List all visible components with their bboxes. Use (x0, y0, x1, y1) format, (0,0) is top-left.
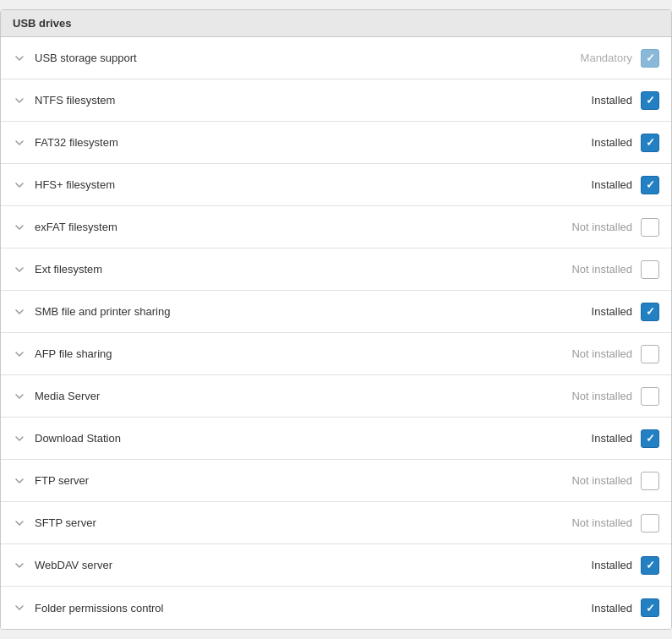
items-list: USB storage supportMandatory✓ NTFS files… (1, 37, 671, 629)
list-item: Folder permissions controlInstalled✓ (1, 587, 671, 629)
item-label: NTFS filesystem (35, 94, 592, 106)
item-label: FTP server (35, 474, 571, 487)
section-title: USB drives (13, 17, 71, 30)
chevron-down-icon[interactable] (13, 94, 26, 107)
item-label: HFS+ filesystem (35, 178, 592, 191)
checkbox[interactable] (641, 218, 659, 237)
item-label: SMB file and printer sharing (35, 305, 592, 318)
status-text: Not installed (571, 516, 632, 529)
checkbox[interactable]: ✓ (641, 91, 659, 110)
checkbox[interactable]: ✓ (641, 429, 659, 448)
item-label: AFP file sharing (35, 347, 571, 360)
item-label: USB storage support (35, 52, 581, 64)
chevron-down-icon[interactable] (13, 432, 26, 445)
checkmark-icon: ✓ (646, 433, 655, 444)
chevron-down-icon[interactable] (13, 305, 26, 319)
status-text: Not installed (571, 347, 632, 360)
list-item: USB storage supportMandatory✓ (1, 37, 671, 79)
list-item: WebDAV serverInstalled✓ (1, 544, 671, 587)
checkmark-icon: ✓ (646, 179, 655, 190)
usb-drives-panel: USB drives USB storage supportMandatory✓… (0, 9, 672, 630)
list-item: SMB file and printer sharingInstalled✓ (1, 291, 671, 333)
chevron-down-icon[interactable] (13, 474, 26, 488)
status-text: Installed (592, 432, 632, 445)
list-item: SFTP serverNot installed (1, 502, 671, 544)
checkmark-icon: ✓ (646, 52, 655, 63)
list-item: Media ServerNot installed (1, 375, 671, 418)
chevron-down-icon[interactable] (13, 347, 26, 361)
checkmark-icon: ✓ (646, 560, 655, 571)
chevron-down-icon[interactable] (13, 601, 26, 614)
item-label: Folder permissions control (35, 602, 592, 614)
status-text: Installed (592, 559, 632, 571)
checkbox[interactable] (641, 472, 659, 490)
list-item: FTP serverNot installed (1, 460, 671, 502)
checkbox[interactable]: ✓ (641, 49, 659, 68)
item-label: Ext filesystem (35, 263, 571, 276)
chevron-down-icon[interactable] (13, 263, 26, 276)
list-item: Ext filesystemNot installed (1, 248, 671, 291)
checkbox[interactable] (641, 345, 659, 363)
status-text: Not installed (571, 390, 632, 402)
checkbox[interactable] (641, 260, 659, 279)
item-label: WebDAV server (35, 559, 592, 571)
status-text: Installed (592, 94, 632, 106)
status-text: Installed (592, 178, 632, 191)
chevron-down-icon[interactable] (13, 516, 26, 530)
checkbox[interactable] (641, 387, 659, 406)
chevron-down-icon[interactable] (13, 221, 26, 234)
status-text: Not installed (571, 474, 632, 487)
item-label: SFTP server (35, 516, 571, 529)
status-text: Installed (592, 602, 632, 614)
list-item: NTFS filesystemInstalled✓ (1, 79, 671, 122)
checkmark-icon: ✓ (646, 306, 655, 317)
checkbox[interactable] (641, 514, 659, 532)
list-item: Download StationInstalled✓ (1, 418, 671, 460)
status-text: Not installed (571, 221, 632, 233)
list-item: HFS+ filesystemInstalled✓ (1, 164, 671, 206)
status-text: Installed (592, 305, 632, 318)
list-item: exFAT filesystemNot installed (1, 206, 671, 248)
item-label: exFAT filesystem (35, 221, 571, 233)
checkmark-icon: ✓ (646, 603, 655, 614)
item-label: Download Station (35, 432, 592, 445)
checkbox[interactable]: ✓ (641, 134, 659, 152)
checkbox[interactable]: ✓ (641, 556, 659, 575)
status-text: Mandatory (581, 52, 632, 64)
chevron-down-icon[interactable] (13, 52, 26, 65)
status-text: Installed (592, 136, 632, 149)
checkmark-icon: ✓ (646, 137, 655, 148)
checkbox[interactable]: ✓ (641, 598, 659, 617)
list-item: AFP file sharingNot installed (1, 333, 671, 375)
chevron-down-icon[interactable] (13, 136, 26, 150)
checkbox[interactable]: ✓ (641, 303, 659, 321)
status-text: Not installed (571, 263, 632, 276)
chevron-down-icon[interactable] (13, 390, 26, 403)
chevron-down-icon[interactable] (13, 559, 26, 572)
section-header: USB drives (1, 10, 671, 37)
checkmark-icon: ✓ (646, 95, 655, 106)
item-label: Media Server (35, 390, 571, 402)
checkbox[interactable]: ✓ (641, 176, 659, 194)
chevron-down-icon[interactable] (13, 178, 26, 192)
item-label: FAT32 filesystem (35, 136, 592, 149)
list-item: FAT32 filesystemInstalled✓ (1, 122, 671, 164)
